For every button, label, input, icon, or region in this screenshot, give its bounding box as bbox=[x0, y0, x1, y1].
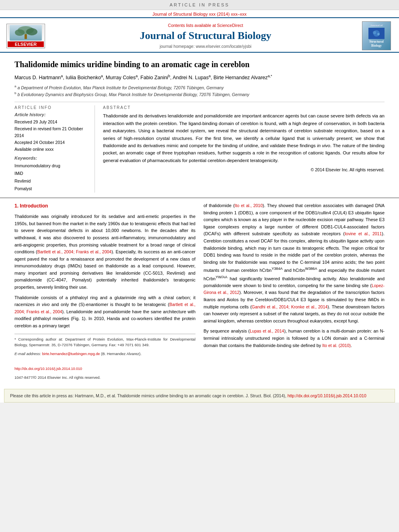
article-info-abstract: ARTICLE INFO Article history: Received 2… bbox=[14, 105, 385, 193]
keyword-2: IMiD bbox=[14, 171, 23, 176]
aip-banner: ARTICLE IN PRESS bbox=[0, 0, 399, 10]
email-link[interactable]: birte.hernandez@tuebingen.mpg.de bbox=[42, 352, 100, 356]
keywords-text: Immunomodulatory drug IMiD Revlimid Poma… bbox=[14, 162, 89, 193]
abstract-text: Thalidomide and its derivatives lenalido… bbox=[103, 112, 385, 164]
article-history-label: Article history: bbox=[14, 112, 89, 117]
header-main: ELSEVIER Contents lists available at Sci… bbox=[0, 17, 399, 53]
ref-iovine-2011[interactable]: Iovine et al., 2011 bbox=[345, 231, 382, 236]
received-date: Received 29 July 2014 bbox=[14, 119, 57, 124]
article-content: Thalidomide mimics uridine binding to an… bbox=[0, 53, 399, 197]
page-wrapper: ARTICLE IN PRESS Journal of Structural B… bbox=[0, 0, 399, 403]
article-title: Thalidomide mimics uridine binding to an… bbox=[14, 59, 385, 70]
jsb-logo-main: Structural Biology bbox=[369, 40, 384, 47]
revised-date: Received in revised form 21 October 2014 bbox=[14, 126, 83, 138]
elsevier-wordmark: ELSEVIER bbox=[8, 41, 44, 47]
citation-doi-link[interactable]: http://dx.doi.org/10.1016/j.jsb.2014.10.… bbox=[288, 393, 366, 398]
svg-point-1 bbox=[15, 29, 25, 36]
abstract-header: ABSTRACT bbox=[103, 105, 385, 110]
keyword-3: Revlimid bbox=[14, 179, 31, 183]
svg-point-2 bbox=[26, 28, 37, 35]
footnote-area: * Corresponding author at: Department of… bbox=[14, 334, 195, 381]
footnote-issn: 1047-8477/© 2014 Elsevier Inc. All right… bbox=[14, 375, 195, 380]
journal-homepage: journal homepage: www.elsevier.com/locat… bbox=[55, 44, 356, 49]
journal-link-bar: Journal of Structural Biology xxx (2014)… bbox=[0, 10, 399, 17]
svg-point-6 bbox=[373, 31, 376, 34]
accepted-date: Accepted 24 October 2014 bbox=[14, 140, 65, 145]
affiliation-b-text: b Evolutionary Dynamics and Biophysics G… bbox=[17, 92, 249, 97]
keyword-4: Pomalyst bbox=[14, 186, 32, 191]
jsb-logo: Journal of Structural Biology bbox=[362, 21, 391, 50]
ref-lopez-2012[interactable]: Lopez-Girona et al., 2012 bbox=[204, 283, 385, 295]
intro-paragraph-1: Thalidomide was originally introduced fo… bbox=[14, 213, 195, 291]
jsb-logo-image bbox=[368, 28, 385, 39]
ref-bartlett-2004[interactable]: Bartlett et al., 2004; Franks et al., 20… bbox=[37, 249, 111, 254]
article-info-header: ARTICLE INFO bbox=[14, 105, 89, 110]
footnote-email: E-mail address: birte.hernandez@tuebinge… bbox=[14, 351, 195, 357]
affiliation-a-text: a Department of Protein Evolution, Max P… bbox=[17, 85, 224, 90]
sciencedirect-name: ScienceDirect bbox=[217, 23, 243, 28]
footnote-doi: http://dx.doi.org/10.1016/j.jsb.2014.10.… bbox=[14, 366, 195, 372]
ref-ito-2010[interactable]: Ito et al., 2010 bbox=[234, 203, 263, 208]
body-col-left: 1. Introduction Thalidomide was original… bbox=[14, 202, 195, 384]
ref-gandhi-2014[interactable]: Gandhi et al., 2014; Kronke et al., 2014 bbox=[252, 304, 327, 309]
body-two-col: 1. Introduction Thalidomide was original… bbox=[14, 202, 385, 384]
elsevier-tree-icon bbox=[12, 25, 40, 40]
svg-point-7 bbox=[377, 33, 380, 35]
article-history-text: Received 29 July 2014 Received in revise… bbox=[14, 119, 89, 152]
header-center: Contents lists available at ScienceDirec… bbox=[51, 23, 360, 48]
affiliations: a a Department of Protein Evolution, Max… bbox=[14, 84, 385, 98]
elsevier-logo-inner: ELSEVIER bbox=[8, 25, 44, 47]
col2-paragraph-2: By sequence analysis (Lupas et al., 2014… bbox=[204, 328, 385, 349]
ref-ito-2010-2[interactable]: Ito et al. (2010) bbox=[322, 343, 351, 348]
col2-paragraph-1: of thalidomide (Ito et al., 2010). They … bbox=[204, 202, 385, 325]
ref-lupas-2014[interactable]: Lupas et al., 2014 bbox=[250, 329, 284, 333]
abstract-col: ABSTRACT Thalidomide and its derivatives… bbox=[103, 105, 385, 193]
authors-line: Marcus D. Hartmanna, Iuliia Boichenkoa, … bbox=[14, 74, 385, 82]
available-date: Available online xxxx bbox=[14, 147, 53, 152]
intro-paragraph-2: Thalidomide consists of a phthaloyl ring… bbox=[14, 294, 195, 330]
jsb-logo-top: Journal of bbox=[370, 24, 383, 27]
footnote-star: * Corresponding author at: Department of… bbox=[14, 337, 195, 348]
intro-section-title: 1. Introduction bbox=[14, 202, 195, 210]
divider-below-affiliations bbox=[14, 102, 385, 102]
jsb-illustration-icon bbox=[368, 28, 385, 39]
article-body: 1. Introduction Thalidomide was original… bbox=[0, 197, 399, 389]
header-right: Journal of Structural Biology bbox=[360, 21, 393, 50]
journal-title: Journal of Structural Biology bbox=[55, 29, 356, 42]
header-left: ELSEVIER bbox=[6, 24, 51, 48]
elsevier-logo-box: ELSEVIER bbox=[6, 24, 45, 48]
article-info-col: ARTICLE INFO Article history: Received 2… bbox=[14, 105, 95, 193]
copyright-text: © 2014 Elsevier Inc. All rights reserved… bbox=[103, 167, 385, 172]
citation-bar: Please cite this article in press as: Ha… bbox=[4, 389, 395, 403]
keyword-1: Immunomodulatory drug bbox=[14, 163, 60, 168]
keywords-label: Keywords: bbox=[14, 156, 89, 160]
contents-label: Contents lists available at bbox=[168, 23, 216, 28]
doi-link[interactable]: http://dx.doi.org/10.1016/j.jsb.2014.10.… bbox=[14, 367, 82, 371]
journal-ref-text: Journal of Structural Biology xxx (2014)… bbox=[152, 12, 247, 16]
svg-rect-3 bbox=[25, 34, 27, 39]
sciencedirect-line: Contents lists available at ScienceDirec… bbox=[55, 23, 356, 28]
body-col-right: of thalidomide (Ito et al., 2010). They … bbox=[204, 202, 385, 384]
aip-text: ARTICLE IN PRESS bbox=[170, 2, 230, 7]
